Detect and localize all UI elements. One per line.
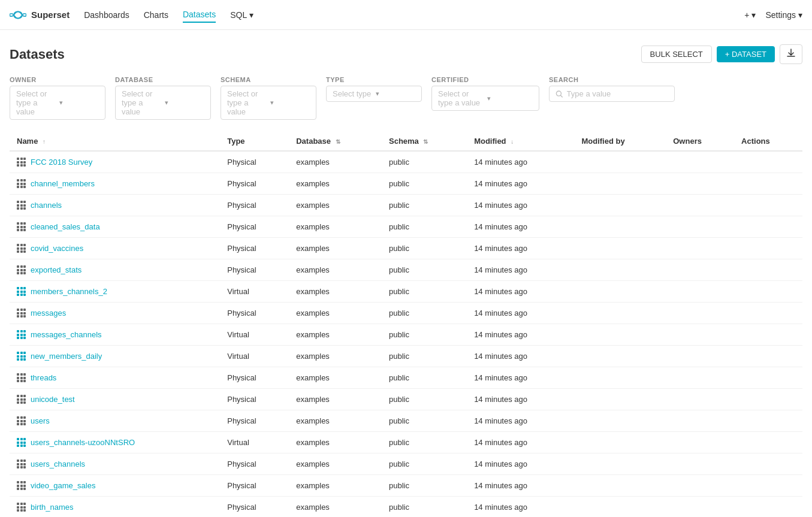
cell-type: Virtual [220, 324, 289, 346]
table-row: channels Physical examples public 14 min… [10, 195, 802, 216]
cell-name: channel_members [10, 173, 220, 195]
cell-schema: public [382, 497, 467, 518]
certified-filter-placeholder: Select or type a value [438, 89, 484, 107]
nav-dashboards[interactable]: Dashboards [84, 8, 129, 22]
cell-schema: public [382, 475, 467, 497]
dataset-name-link[interactable]: channel_members [31, 179, 95, 188]
certified-filter-select[interactable]: Select or type a value ▾ [431, 86, 539, 111]
dataset-name-link[interactable]: exported_stats [31, 265, 81, 274]
dataset-name-link[interactable]: messages_channels [31, 330, 102, 339]
cell-name: messages_channels [10, 324, 220, 346]
cell-owners [666, 238, 734, 259]
schema-filter-chevron: ▾ [270, 99, 310, 107]
dataset-name-link[interactable]: members_channels_2 [31, 287, 107, 296]
cell-modified: 14 minutes ago [467, 151, 574, 173]
logo[interactable]: Superset [10, 7, 70, 23]
schema-filter-select[interactable]: Select or type a value ▾ [221, 86, 316, 120]
cell-modified-by [574, 453, 666, 475]
certified-filter: CERTIFIED Select or type a value ▾ [431, 76, 539, 120]
table-row: covid_vaccines Physical examples public … [10, 238, 802, 259]
nav-right: + ▾ Settings ▾ [744, 10, 802, 20]
dataset-type-icon [17, 438, 26, 447]
cell-name: FCC 2018 Survey [10, 151, 220, 173]
owner-filter-select[interactable]: Select or type a value ▾ [10, 86, 105, 120]
nav-charts[interactable]: Charts [144, 8, 168, 22]
nav-settings-button[interactable]: Settings ▾ [765, 10, 802, 20]
table-row: video_game_sales Physical examples publi… [10, 475, 802, 497]
dataset-type-icon [17, 416, 26, 425]
dataset-name-link[interactable]: video_game_sales [31, 481, 95, 490]
database-filter-label: DATABASE [115, 76, 211, 83]
cell-owners [666, 410, 734, 432]
schema-filter: SCHEMA Select or type a value ▾ [221, 76, 316, 120]
dataset-type-icon [17, 352, 26, 361]
dataset-name-link[interactable]: cleaned_sales_data [31, 222, 100, 231]
cell-name: messages [10, 303, 220, 324]
dataset-name-link[interactable]: messages [31, 309, 66, 318]
navigation: Superset Dashboards Charts Datasets SQL … [0, 0, 812, 30]
header-actions: BULK SELECT + DATASET [641, 44, 802, 64]
cell-database: examples [289, 259, 382, 281]
cell-modified: 14 minutes ago [467, 410, 574, 432]
cell-schema: public [382, 259, 467, 281]
dataset-name-link[interactable]: FCC 2018 Survey [31, 158, 92, 167]
cell-modified-by [574, 281, 666, 303]
database-filter-select[interactable]: Select or type a value ▾ [115, 86, 211, 120]
dataset-type-icon [17, 222, 26, 231]
cell-type: Physical [220, 453, 289, 475]
cell-type: Physical [220, 367, 289, 389]
nav-datasets[interactable]: Datasets [183, 7, 216, 23]
nav-add-button[interactable]: + ▾ [744, 10, 756, 20]
type-filter-select[interactable]: Select type ▾ [326, 86, 422, 102]
schema-filter-placeholder: Select or type a value [227, 89, 267, 116]
table-header-row: Name ↑ Type Database ⇅ Schema ⇅ Modified [10, 132, 802, 151]
cell-type: Physical [220, 195, 289, 216]
dataset-name-link[interactable]: covid_vaccines [31, 244, 83, 253]
cell-name: new_members_daily [10, 346, 220, 367]
cell-owners [666, 259, 734, 281]
page-title: Datasets [10, 47, 65, 62]
table-row: cleaned_sales_data Physical examples pub… [10, 216, 802, 238]
cell-type: Virtual [220, 281, 289, 303]
cell-type: Physical [220, 173, 289, 195]
modified-sort-icon: ↓ [511, 138, 514, 145]
cell-modified: 14 minutes ago [467, 259, 574, 281]
cell-owners [666, 216, 734, 238]
dataset-name-link[interactable]: users [31, 416, 50, 425]
dataset-name-link[interactable]: new_members_daily [31, 352, 102, 361]
search-input[interactable] [567, 89, 668, 98]
bulk-select-button[interactable]: BULK SELECT [641, 46, 712, 63]
cell-modified-by [574, 367, 666, 389]
owner-filter-placeholder: Select or type a value [16, 89, 56, 116]
add-dataset-button[interactable]: + DATASET [717, 46, 775, 62]
table-row: users_channels-uzooNNtSRO Virtual exampl… [10, 432, 802, 453]
cell-actions [734, 195, 802, 216]
cell-schema: public [382, 346, 467, 367]
dataset-name-link[interactable]: threads [31, 373, 56, 382]
dataset-name-link[interactable]: users_channels [31, 459, 85, 468]
cell-owners [666, 303, 734, 324]
cell-actions [734, 346, 802, 367]
dataset-name-link[interactable]: channels [31, 201, 62, 210]
cell-owners [666, 324, 734, 346]
database-filter-chevron: ▾ [165, 99, 204, 107]
col-schema[interactable]: Schema ⇅ [382, 132, 467, 151]
cell-name: threads [10, 367, 220, 389]
download-button[interactable] [780, 44, 802, 64]
col-modified[interactable]: Modified ↓ [467, 132, 574, 151]
cell-type: Physical [220, 151, 289, 173]
dataset-name-link[interactable]: birth_names [31, 503, 74, 512]
dataset-name-link[interactable]: unicode_test [31, 395, 75, 404]
cell-modified: 14 minutes ago [467, 453, 574, 475]
cell-modified: 14 minutes ago [467, 389, 574, 410]
dataset-name-link[interactable]: users_channels-uzooNNtSRO [31, 438, 135, 447]
cell-actions [734, 367, 802, 389]
nav-sql-dropdown[interactable]: SQL ▾ [230, 10, 253, 20]
col-database[interactable]: Database ⇅ [289, 132, 382, 151]
cell-type: Physical [220, 238, 289, 259]
owner-filter-label: OWNER [10, 76, 105, 83]
cell-actions [734, 410, 802, 432]
cell-schema: public [382, 303, 467, 324]
col-name[interactable]: Name ↑ [10, 132, 220, 151]
dataset-type-icon [17, 287, 26, 296]
